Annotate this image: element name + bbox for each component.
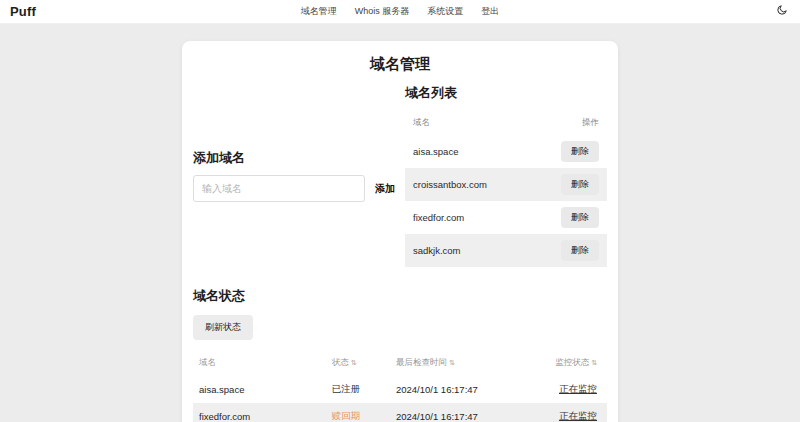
domain-name: aisa.space — [199, 384, 332, 395]
status-badge: 已注册 — [332, 383, 396, 396]
status-badge: 赎回期 — [332, 410, 396, 422]
status-table-row: aisa.space 已注册 2024/10/1 16:17:47 正在监控 — [193, 376, 607, 403]
sort-icon[interactable]: ⇅ — [351, 359, 357, 366]
domain-status-heading: 域名状态 — [193, 287, 607, 305]
refresh-status-button[interactable]: 刷新状态 — [193, 315, 253, 340]
nav-links: 域名管理 Whois 服务器 系统设置 登出 — [301, 5, 500, 18]
nav-item-logout[interactable]: 登出 — [481, 5, 499, 18]
column-header-domain: 域名 — [413, 117, 430, 129]
domain-list-table: 域名 操作 aisa.space 删除 croissantbox.com 删除 … — [405, 110, 607, 267]
domain-input[interactable] — [193, 175, 365, 202]
domain-list-row: aisa.space 删除 — [405, 135, 607, 168]
domain-list-heading: 域名列表 — [405, 84, 607, 102]
column-header-monitor[interactable]: 监控状态⇅ — [517, 357, 601, 369]
domain-status-section: 域名状态 刷新状态 域名 状态⇅ 最后检查时间⇅ 监控状态⇅ aisa.spac… — [193, 287, 607, 422]
domain-name: fixedfor.com — [199, 411, 332, 422]
column-header-domain: 域名 — [199, 357, 332, 369]
last-checked-time: 2024/10/1 16:17:47 — [396, 384, 517, 395]
add-domain-section: 添加域名 添加 — [193, 149, 395, 202]
column-header-action: 操作 — [582, 117, 599, 129]
column-header-status[interactable]: 状态⇅ — [332, 357, 396, 369]
column-header-checked-at[interactable]: 最后检查时间⇅ — [396, 357, 517, 369]
domain-name: aisa.space — [413, 146, 458, 157]
nav-item-system-settings[interactable]: 系统设置 — [427, 5, 463, 18]
domain-list-row: croissantbox.com 删除 — [405, 168, 607, 201]
dark-mode-toggle[interactable] — [774, 4, 790, 20]
status-table: 域名 状态⇅ 最后检查时间⇅ 监控状态⇅ aisa.space 已注册 2024… — [193, 350, 607, 422]
sort-icon[interactable]: ⇅ — [591, 359, 597, 366]
moon-icon — [776, 4, 788, 19]
brand-logo: Puff — [10, 4, 36, 19]
status-header-row: 域名 状态⇅ 最后检查时间⇅ 监控状态⇅ — [193, 350, 607, 376]
monitor-status-link[interactable]: 正在监控 — [559, 410, 597, 421]
domain-name: fixedfor.com — [413, 212, 464, 223]
delete-button[interactable]: 删除 — [561, 207, 599, 228]
last-checked-time: 2024/10/1 16:17:47 — [396, 411, 517, 422]
domain-name: sadkjk.com — [413, 245, 461, 256]
add-domain-button[interactable]: 添加 — [375, 182, 395, 196]
domain-list-header-row: 域名 操作 — [405, 110, 607, 135]
domain-list-section: 域名列表 域名 操作 aisa.space 删除 croissantbox.co… — [405, 84, 607, 267]
sort-icon[interactable]: ⇅ — [449, 359, 455, 366]
delete-button[interactable]: 删除 — [561, 141, 599, 162]
nav-item-whois-servers[interactable]: Whois 服务器 — [355, 5, 410, 18]
nav-item-domain-management[interactable]: 域名管理 — [301, 5, 337, 18]
add-domain-heading: 添加域名 — [193, 149, 395, 167]
page-title: 域名管理 — [193, 55, 607, 74]
monitor-status-link[interactable]: 正在监控 — [559, 383, 597, 394]
domain-name: croissantbox.com — [413, 179, 487, 190]
domain-management-card: 域名管理 添加域名 添加 域名列表 域名 操作 aisa.space 删除 cr… — [182, 41, 618, 422]
domain-list-row: fixedfor.com 删除 — [405, 201, 607, 234]
delete-button[interactable]: 删除 — [561, 174, 599, 195]
top-nav: Puff 域名管理 Whois 服务器 系统设置 登出 — [0, 0, 800, 24]
status-table-row: fixedfor.com 赎回期 2024/10/1 16:17:47 正在监控 — [193, 403, 607, 422]
delete-button[interactable]: 删除 — [561, 240, 599, 261]
domain-list-row: sadkjk.com 删除 — [405, 234, 607, 267]
